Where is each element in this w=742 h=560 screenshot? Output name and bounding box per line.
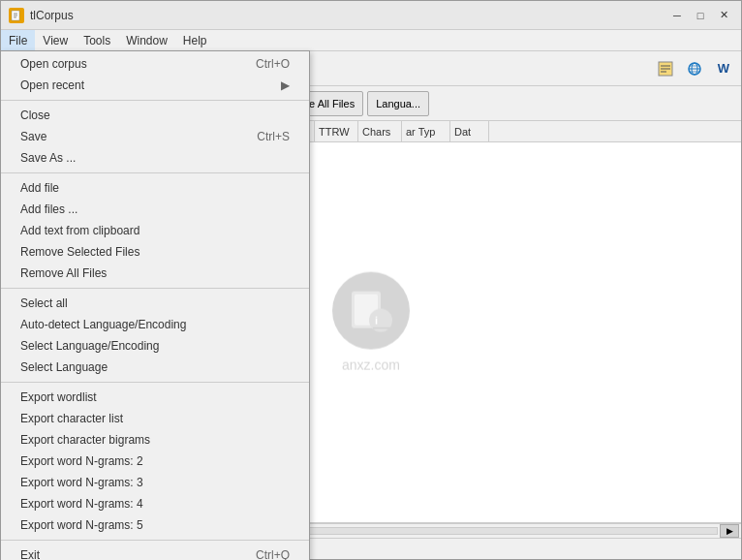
word-button[interactable]: W [710, 55, 737, 82]
menu-item-view[interactable]: View [35, 30, 76, 50]
menu-remove-all-label: Remove All Files [20, 266, 107, 280]
menu-export-ngrams-2[interactable]: Export word N-grams: 2 [1, 451, 309, 472]
maximize-button[interactable]: □ [691, 7, 710, 24]
watermark-icon: i [332, 272, 410, 350]
menu-add-files-label: Add files ... [20, 202, 77, 216]
menu-sep-3 [1, 288, 309, 289]
app-icon [9, 8, 24, 23]
menu-exit[interactable]: Exit Ctrl+Q [1, 544, 309, 560]
menu-remove-selected[interactable]: Remove Selected Files [1, 241, 309, 263]
menu-open-recent[interactable]: Open recent ▶ [1, 75, 309, 96]
watermark: i anxz.com [332, 272, 410, 373]
menu-remove-all[interactable]: Remove All Files [1, 263, 309, 284]
menu-item-help[interactable]: Help [175, 30, 215, 50]
menu-save-as[interactable]: Save As ... [1, 147, 309, 169]
menu-export-ngrams-2-label: Export word N-grams: 2 [20, 454, 143, 468]
menu-open-corpus-shortcut: Ctrl+O [256, 57, 290, 71]
menu-add-text-clipboard[interactable]: Add text from clipboard [1, 220, 309, 241]
col-header-ttrw: TTRW [315, 121, 358, 141]
menu-add-files[interactable]: Add files ... [1, 199, 309, 220]
menu-item-tools[interactable]: Tools [76, 30, 118, 50]
menu-save[interactable]: Save Ctrl+S [1, 126, 309, 147]
menu-auto-detect-label: Auto-detect Language/Encoding [20, 318, 186, 331]
menu-select-lang-label: Select Language [20, 360, 108, 374]
menu-exit-label: Exit [20, 548, 40, 560]
menu-export-ngrams-3[interactable]: Export word N-grams: 3 [1, 472, 309, 493]
menu-item-file[interactable]: File [1, 30, 35, 50]
main-window: tlCorpus ─ □ ✕ File View Tools Window He… [0, 0, 742, 560]
menu-export-char-bigrams-label: Export character bigrams [20, 433, 150, 447]
menu-exit-shortcut: Ctrl+Q [256, 548, 290, 560]
menu-add-file-label: Add file [20, 181, 59, 195]
menu-add-text-clipboard-label: Add text from clipboard [20, 224, 139, 237]
menu-export-char-bigrams[interactable]: Export character bigrams [1, 429, 309, 451]
menu-export-ngrams-5-label: Export word N-grams: 5 [20, 518, 143, 532]
menu-open-recent-arrow: ▶ [281, 78, 290, 92]
menu-select-lang-enc-label: Select Language/Encoding [20, 339, 159, 353]
menu-export-ngrams-4[interactable]: Export word N-grams: 4 [1, 493, 309, 514]
menu-close[interactable]: Close [1, 105, 309, 126]
globe-button[interactable] [681, 55, 708, 82]
menu-select-lang-enc[interactable]: Select Language/Encoding [1, 335, 309, 357]
svg-rect-30 [352, 292, 381, 328]
col-header-dat: Dat [450, 121, 489, 141]
menu-auto-detect[interactable]: Auto-detect Language/Encoding [1, 314, 309, 335]
svg-point-32 [369, 309, 392, 332]
toolbar-right: W [652, 55, 737, 82]
menu-export-ngrams-5[interactable]: Export word N-grams: 5 [1, 514, 309, 536]
menu-sep-1 [1, 100, 309, 101]
menu-bar: File View Tools Window Help [1, 30, 741, 51]
menu-item-window[interactable]: Window [118, 30, 175, 50]
menu-save-label: Save [20, 130, 46, 143]
window-controls: ─ □ ✕ [667, 7, 733, 24]
svg-text:i: i [375, 315, 378, 327]
menu-export-char-list[interactable]: Export character list [1, 408, 309, 429]
minimize-button[interactable]: ─ [667, 7, 687, 24]
menu-add-file[interactable]: Add file [1, 177, 309, 199]
menu-export-ngrams-4-label: Export word N-grams: 4 [20, 497, 143, 511]
close-button[interactable]: ✕ [714, 7, 733, 24]
menu-sep-4 [1, 382, 309, 383]
menu-export-char-list-label: Export character list [20, 412, 123, 425]
col-header-ar-typ: ar Typ [402, 121, 450, 141]
menu-close-label: Close [20, 109, 50, 122]
menu-select-lang[interactable]: Select Language [1, 357, 309, 378]
svg-rect-31 [355, 295, 378, 326]
window-title: tlCorpus [30, 9, 667, 22]
watermark-text: anxz.com [342, 358, 400, 373]
col-header-chars: Chars [358, 121, 402, 141]
menu-export-ngrams-3-label: Export word N-grams: 3 [20, 476, 143, 489]
title-bar: tlCorpus ─ □ ✕ [1, 1, 741, 30]
file-dropdown-menu: Open corpus Ctrl+O Open recent ▶ Close S… [0, 50, 310, 560]
menu-select-all-label: Select all [20, 296, 68, 310]
menu-remove-selected-label: Remove Selected Files [20, 245, 139, 259]
menu-export-wordlist-label: Export wordlist [20, 390, 97, 404]
menu-export-wordlist[interactable]: Export wordlist [1, 387, 309, 408]
menu-sep-2 [1, 172, 309, 173]
menu-save-as-label: Save As ... [20, 151, 76, 165]
menu-open-corpus-label: Open corpus [20, 57, 87, 71]
menu-select-all[interactable]: Select all [1, 293, 309, 314]
menu-open-recent-label: Open recent [20, 78, 84, 92]
language-button[interactable]: Langua... [367, 91, 429, 116]
scroll-right-button[interactable]: ▶ [720, 524, 739, 538]
menu-sep-5 [1, 540, 309, 541]
menu-save-shortcut: Ctrl+S [257, 130, 290, 143]
menu-open-corpus[interactable]: Open corpus Ctrl+O [1, 53, 309, 75]
edit-button[interactable] [652, 55, 679, 82]
